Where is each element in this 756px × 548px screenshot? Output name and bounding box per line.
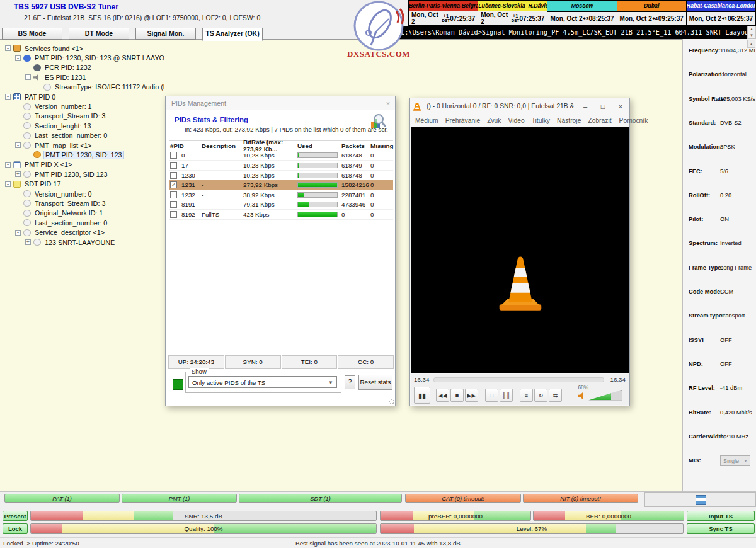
expand-icon[interactable] [15,171,21,177]
tree-item-version-number-1[interactable]: Version_number: 1 [1,101,164,111]
column-header-packets[interactable]: Packets [341,142,370,149]
menu-n-stroje[interactable]: Nástroje [557,117,581,124]
checkbox-unchecked[interactable] [170,152,177,159]
playlist-button[interactable]: ≡ [520,389,533,402]
tree-item-pmt-map-list-1[interactable]: PMT_map_list <1> [1,140,164,150]
next-button[interactable]: ▶▶ [465,389,478,402]
tree-item-services-found-1[interactable]: Services found <1> [1,43,164,53]
tab-bs-mode[interactable]: BS Mode [2,28,62,40]
tab-signal-mon[interactable]: Signal Mon. [135,28,196,40]
show-filter-select[interactable]: Only active PIDS of the TS ▼ [188,376,337,388]
tree-item-pmt-pid-1230-sid-123[interactable]: PMT PID: 1230, SID: 123 [1,150,164,159]
tree-item-pat-pid-0[interactable]: PAT PID 0 [1,92,164,101]
pid-row-0[interactable]: 0-10,28 Kbps6187480 [169,151,393,161]
minimize-icon[interactable]: – [576,103,594,110]
sync-ts-button[interactable]: Sync TS [687,523,755,534]
reset-stats-button[interactable]: Reset stats [358,375,392,390]
tree-item-sdt-pid-17[interactable]: SDT PID 17 [1,179,164,188]
collapse-icon[interactable] [5,181,11,187]
console-scrollbar[interactable]: ▲ ▼ [747,26,756,39]
tree-item-last-section-number-0[interactable]: Last_section_number: 0 [1,218,164,227]
pid-row-1231[interactable]: ✓1231-273,92 Kbps158242160 [169,180,393,190]
checkbox-unchecked[interactable] [170,172,177,179]
column-header-missing[interactable]: Missing [370,142,393,149]
pid-table-header[interactable]: #PIDDescriptionBitRate (max: 273,92 Kb..… [169,140,393,151]
lock-button[interactable]: Lock [3,523,28,534]
menu-titulky[interactable]: Titulky [532,117,550,124]
tree-item-original-network-id-1[interactable]: Original_Network ID: 1 [1,208,164,218]
collapse-icon[interactable] [15,55,21,61]
menu-zobrazi[interactable]: Zobraziť [588,117,612,124]
tree-item-pmt-pid-1230-sid-123-snrt-laayoune-snrt[interactable]: PMT PID: 1230, SID: 123 @ SNRT-LAAYOUNE … [1,53,164,62]
checkbox-unchecked[interactable] [170,162,177,169]
tree-item-transport-stream-id-3[interactable]: Transport_Stream ID: 3 [1,198,164,208]
seek-slider[interactable] [433,377,605,382]
checkbox-unchecked[interactable] [170,211,177,218]
tree-item-last-section-number-0[interactable]: Last_section_number: 0 [1,131,164,140]
column-header-bitrate-max-273-92-kb[interactable]: BitRate (max: 273,92 Kb... [243,139,297,152]
volume-slider[interactable] [588,390,622,401]
column-header-description[interactable]: Description [202,142,243,149]
tree-item-version-number-0[interactable]: Version_number: 0 [1,189,164,198]
close-icon[interactable]: × [381,100,395,107]
collapse-icon[interactable] [5,162,11,168]
help-button[interactable]: ? [345,375,355,389]
tree-item-es-pid-1231[interactable]: ES PID: 1231 [1,72,164,82]
menu-prehr-vanie[interactable]: Prehrávanie [445,117,481,124]
tab-dt-mode[interactable]: DT Mode [69,28,129,40]
shuffle-button[interactable]: ⇆ [549,389,562,402]
pids-titlebar[interactable]: PIDs Management × [166,96,395,110]
present-button[interactable]: Present [3,511,28,521]
checkbox-checked[interactable]: ✓ [170,181,177,188]
loop-button[interactable]: ↻ [534,389,547,402]
stop-button[interactable]: ■ [450,389,464,402]
pid-row-1232[interactable]: 1232-38,92 Kbps22874810 [169,190,393,200]
pause-button[interactable]: ▮▮ [414,387,430,404]
param-carrierwidth: CarrierWidth:0,210 MHz [683,433,756,442]
pid-row-1230[interactable]: 1230-10,28 Kbps6187480 [169,171,393,181]
menu-m-dium[interactable]: Médium [415,117,438,124]
tree-item-pmt-pid-1230-sid-123[interactable]: PMT PID 1230, SID 123 [1,169,164,179]
scroll-down-icon[interactable]: ▼ [748,33,755,39]
speaker-icon[interactable] [578,392,586,400]
tab-ts-analyzer-ok[interactable]: TS Analyzer (OK) [202,28,263,41]
param-value: Transport [720,312,745,319]
tree-item-pcr-pid-1232[interactable]: PCR PID: 1232 [1,63,164,72]
collapse-icon[interactable] [25,74,31,80]
close-icon[interactable]: × [612,103,629,110]
vlc-video-area[interactable] [411,127,629,373]
input-ts-button[interactable]: Input TS [687,511,755,521]
column-header-used[interactable]: Used [297,142,341,149]
collapse-icon[interactable] [5,45,11,51]
pid-row-8192[interactable]: 8192FullTS423 Kbps00 [169,210,393,220]
scroll-up-icon[interactable]: ▲ [748,26,755,33]
mis-select[interactable]: Single▼ [720,455,750,466]
tree-item-pmt-pid-x-1[interactable]: PMT PID X <1> [1,160,164,169]
menu-zvuk[interactable]: Zvuk [487,117,501,124]
checkbox-unchecked[interactable] [170,201,177,208]
resize-grip[interactable] [389,399,394,404]
maximize-icon[interactable]: □ [594,103,612,110]
column-header-pid[interactable]: #PID [169,142,202,149]
tree-item-123-snrt-laayoune[interactable]: 123 SNRT-LAAYOUNE [1,237,164,247]
collapse-icon[interactable] [5,94,11,100]
tree-item-service-descriptor-1[interactable]: Service_descriptor <1> [1,227,164,237]
expand-icon[interactable] [25,239,31,245]
previous-button[interactable]: ◀◀ [436,389,449,402]
menu-video[interactable]: Video [508,117,524,124]
menu-pomocn-k[interactable]: Pomocník [619,117,648,124]
pids-status-row: UP: 24:20:43 SYN: 0 TEI: 0 CC: 0 [168,355,394,369]
collapse-icon[interactable] [15,230,21,236]
leaf-icon [23,190,31,197]
pid-row-8191[interactable]: 8191-79,31 Kbps47339460 [169,200,393,210]
tree-item-transport-stream-id-3[interactable]: Transport_Stream ID: 3 [1,111,164,121]
vlc-titlebar[interactable]: () - 0 Horizontal 0 / RF: 0 SNR: 0,0 | E… [410,98,629,114]
tree-item-section-lenght-13[interactable]: Section_lenght: 13 [1,121,164,130]
console-bar[interactable]: C:\Users\Roman Dávid>Signal Monitoring_P… [397,26,747,39]
checkbox-unchecked[interactable] [170,191,177,198]
collapse-icon[interactable] [15,142,21,148]
tree-item-streamtype-iso-iec-11172-audio-mpeg-1-3[interactable]: StreamType: ISO/IEC 11172 Audio (MPEG-1)… [1,83,164,92]
pid-row-17[interactable]: 17-10,28 Kbps6187490 [169,161,393,171]
log-panel[interactable] [644,492,756,507]
equalizer-button[interactable]: ╫╫ [500,389,513,402]
